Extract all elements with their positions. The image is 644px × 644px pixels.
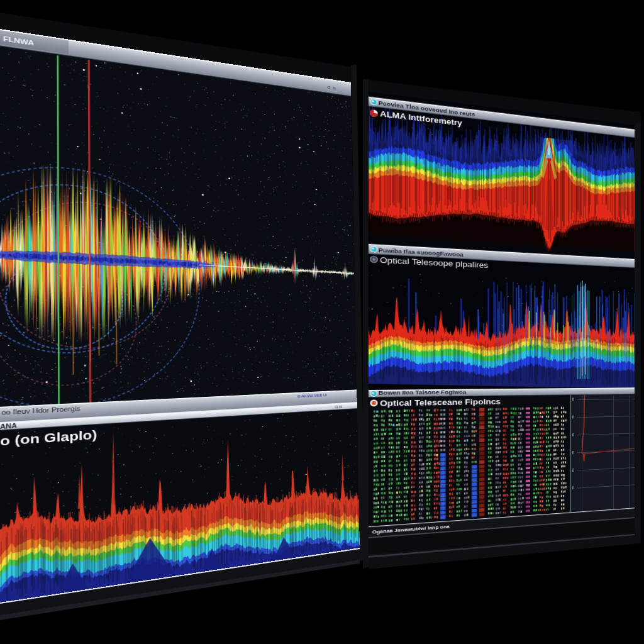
svg-text:ANA: ANA [0, 423, 17, 430]
svg-text:0: 0 [572, 451, 574, 455]
svg-text:0: 0 [572, 433, 574, 437]
svg-text:0: 0 [572, 415, 574, 419]
svg-text:0: 0 [572, 397, 574, 402]
svg-text:0: 0 [572, 486, 574, 491]
svg-text:G B: G B [335, 404, 342, 409]
svg-text:0: 0 [572, 469, 574, 473]
svg-text:Bowen IIoa Talsone Fogiwoa: Bowen IIoa Talsone Fogiwoa [379, 389, 467, 396]
